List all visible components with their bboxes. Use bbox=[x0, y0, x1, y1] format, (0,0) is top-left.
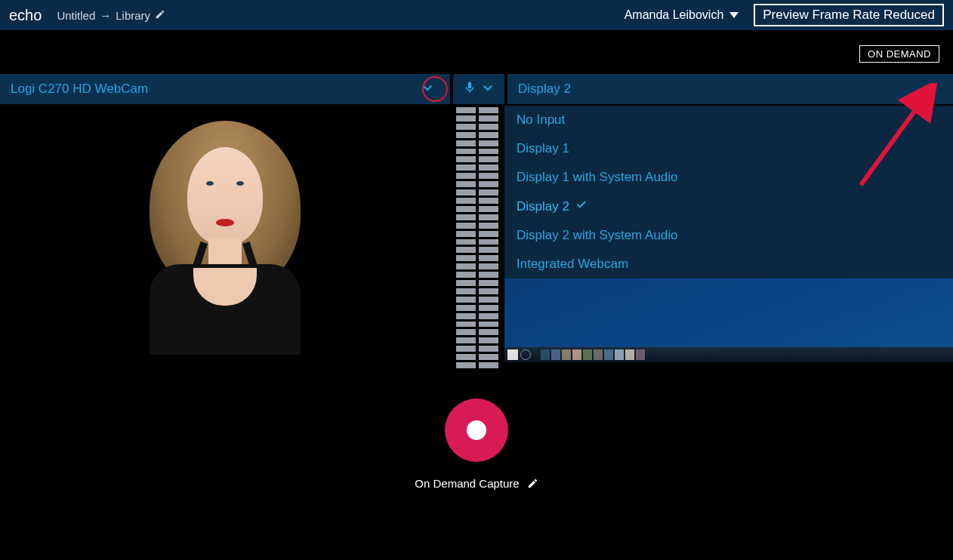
chevron-down-icon bbox=[421, 81, 434, 98]
breadcrumb-arrow-icon: → bbox=[100, 9, 111, 22]
display-option-label: Display 2 bbox=[517, 199, 569, 214]
windows-start-icon bbox=[507, 349, 518, 360]
source-selector-row: Logi C270 HD WebCam Display 2 bbox=[0, 74, 953, 104]
microphone-icon bbox=[463, 81, 476, 97]
display-source-selector[interactable]: Display 2 bbox=[507, 74, 953, 104]
audio-level-meter bbox=[453, 106, 501, 368]
username-label: Amanda Leibovich bbox=[625, 8, 724, 22]
search-icon bbox=[520, 349, 531, 360]
display-option[interactable]: No Input bbox=[504, 106, 953, 134]
breadcrumb-from: Untitled bbox=[57, 9, 95, 22]
display-option-label: Display 1 bbox=[517, 141, 569, 156]
check-icon bbox=[575, 198, 588, 214]
display-option-label: Integrated Webcam bbox=[517, 257, 628, 272]
caret-down-icon bbox=[729, 12, 739, 18]
ondemand-badge: ON DEMAND bbox=[859, 45, 939, 63]
camera-source-label: Logi C270 HD WebCam bbox=[11, 82, 415, 97]
echo-logo: echo bbox=[9, 7, 42, 24]
display-option-label: Display 1 with System Audio bbox=[517, 170, 678, 185]
camera-source-selector[interactable]: Logi C270 HD WebCam bbox=[0, 74, 450, 104]
display-dropdown-list: No InputDisplay 1Display 1 with System A… bbox=[504, 106, 953, 278]
pencil-icon bbox=[527, 478, 538, 489]
display-option[interactable]: Display 2 bbox=[504, 192, 953, 221]
breadcrumb-to: Library bbox=[116, 9, 150, 22]
record-dot-icon bbox=[467, 420, 486, 440]
camera-dropdown-toggle[interactable] bbox=[415, 77, 439, 101]
display-option-label: No Input bbox=[517, 112, 565, 128]
camera-preview bbox=[0, 106, 450, 362]
display-dropdown-toggle[interactable] bbox=[918, 77, 942, 101]
framerate-text: Preview Frame Rate Reduced bbox=[763, 8, 935, 22]
pencil-icon[interactable] bbox=[155, 9, 165, 22]
display-option[interactable]: Display 2 with System Audio bbox=[504, 221, 953, 250]
display-option-label: Display 2 with System Audio bbox=[517, 228, 678, 243]
camera-feed-placeholder bbox=[104, 106, 346, 355]
display-source-label: Display 2 bbox=[518, 82, 942, 97]
chevron-down-icon[interactable] bbox=[481, 81, 495, 97]
display-option[interactable]: Integrated Webcam bbox=[504, 250, 953, 278]
user-menu[interactable]: Amanda Leibovich bbox=[625, 8, 739, 22]
logo-text: echo bbox=[9, 7, 42, 23]
mic-source-selector[interactable] bbox=[453, 74, 504, 104]
capture-title[interactable]: On Demand Capture bbox=[415, 477, 538, 490]
display-preview: No InputDisplay 1Display 1 with System A… bbox=[504, 106, 953, 362]
framerate-notice: Preview Frame Rate Reduced bbox=[754, 4, 944, 26]
desktop-taskbar bbox=[504, 347, 953, 362]
record-button[interactable] bbox=[445, 398, 508, 462]
display-option[interactable]: Display 1 with System Audio bbox=[504, 163, 953, 192]
capture-title-text: On Demand Capture bbox=[415, 477, 519, 490]
app-header: echo Untitled → Library Amanda Leibovich… bbox=[0, 0, 953, 30]
record-controls: On Demand Capture bbox=[0, 398, 953, 490]
breadcrumb[interactable]: Untitled → Library bbox=[57, 9, 165, 22]
chevron-down-icon bbox=[924, 81, 937, 98]
display-option[interactable]: Display 1 bbox=[504, 134, 953, 163]
